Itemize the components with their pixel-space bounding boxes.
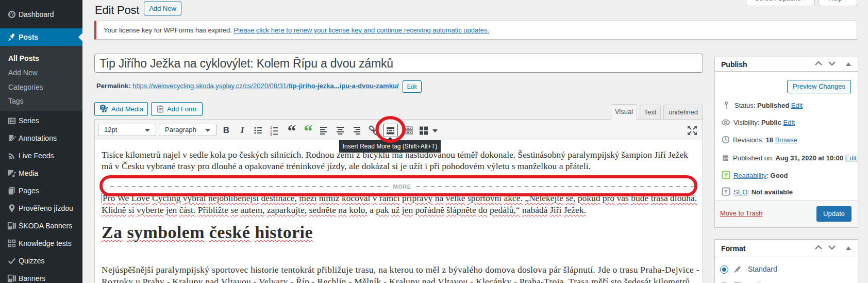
svg-text:3: 3 [270, 132, 272, 136]
svg-text:B: B [223, 125, 229, 135]
svg-text:“: “ [304, 124, 313, 137]
svg-text:“: “ [288, 124, 296, 137]
svg-text:I: I [240, 125, 245, 135]
